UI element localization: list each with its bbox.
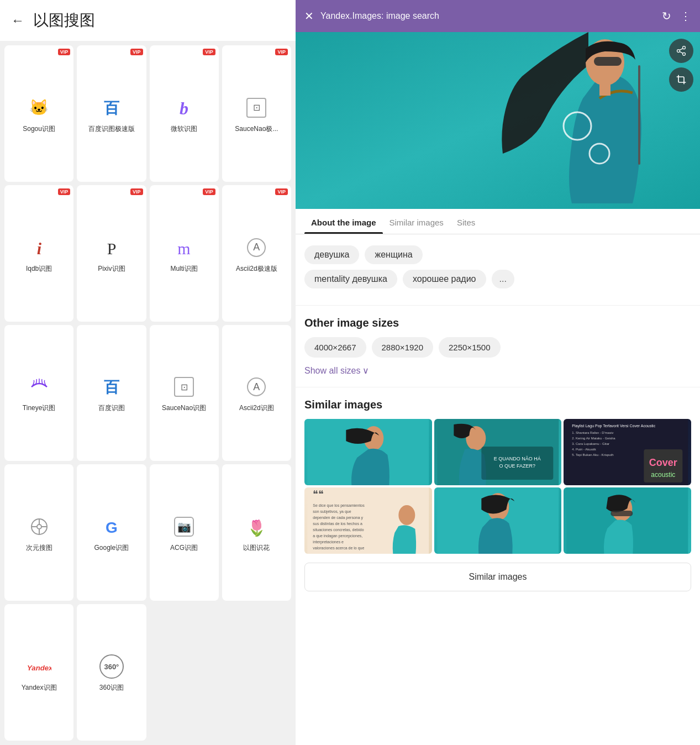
grid-item-sogou[interactable]: VIP 🐱 Sogou识图 (4, 45, 73, 182)
svg-point-54 (398, 505, 415, 525)
svg-rect-18 (638, 65, 640, 165)
multi-icon: m (172, 235, 196, 260)
grid-label-multi: Multi识图 (170, 264, 197, 274)
svg-text:🌷: 🌷 (247, 519, 266, 537)
share-button[interactable] (669, 39, 693, 63)
iqdb-icon: i (27, 235, 51, 260)
tabs-row: About the image Similar images Sites (296, 209, 700, 234)
similar-image-2[interactable]: E QUANDO NÃO HÁ O QUE FAZER? (434, 419, 562, 485)
grid-item-ascii2d[interactable]: A Ascii2d识图 (222, 325, 291, 461)
vip-badge: VIP (58, 49, 71, 55)
grid-label-acg: ACG识图 (170, 543, 198, 553)
size-chip-2[interactable]: 2250×1500 (439, 337, 501, 358)
tag-chip-1[interactable]: женщина (365, 245, 422, 264)
svg-rect-19 (599, 82, 610, 96)
browser-title: Yandex.Images: image search (320, 11, 655, 21)
grid-item-flower[interactable]: 🌷 以图识花 (222, 464, 291, 601)
svg-text:❝❝: ❝❝ (313, 489, 324, 500)
main-image (296, 32, 700, 209)
tags-row-2: mentality девушка хорошее радио ... (304, 270, 691, 288)
tab-sites[interactable]: Sites (450, 209, 482, 234)
grid-item-pixiv[interactable]: VIP P Pixiv识图 (77, 185, 146, 322)
size-chip-0[interactable]: 4000×2667 (304, 337, 366, 358)
grid-item-iqdb[interactable]: VIP i Iqdb识图 (4, 185, 73, 322)
similar-image-3[interactable]: Playlist Lagu Pop Terfavorit Versi Cover… (564, 419, 691, 485)
similar-section: Similar images (296, 387, 700, 602)
browser-more-button[interactable]: ⋮ (680, 9, 691, 23)
tab-similar[interactable]: Similar images (383, 209, 450, 234)
grid-label-baidu: 百度识图 (98, 403, 125, 413)
tag-more-button[interactable]: ... (492, 270, 514, 288)
svg-text:interpretaciones e: interpretaciones e (313, 540, 344, 544)
similar-image-6[interactable] (564, 487, 691, 554)
saucenao-icon: ⊡ (172, 375, 196, 399)
similar-image-4[interactable]: ❝❝ Se dice que los pensamientos son subj… (304, 487, 432, 554)
grid-label-saucenao-fast: SauceNao极... (235, 124, 278, 134)
tags-section: девушка женщина mentality девушка хороше… (296, 234, 700, 306)
svg-text:P: P (107, 239, 117, 258)
grid-item-bing[interactable]: VIP b 微软识图 (150, 45, 219, 182)
svg-text:situaciones concretas, debido: situaciones concretas, debido (313, 528, 364, 532)
grid-item-ascii2d-fast[interactable]: VIP A Ascii2d极速版 (222, 185, 291, 322)
similar-title: Similar images (304, 398, 691, 411)
back-button[interactable]: ← (11, 13, 24, 28)
show-all-sizes-button[interactable]: Show all sizes ∨ (304, 365, 691, 376)
tag-chip-2[interactable]: mentality девушка (304, 270, 397, 288)
bing-icon: b (172, 96, 196, 120)
grid-label-sogou: Sogou识图 (23, 124, 55, 134)
grid-label-flower: 以图识花 (243, 543, 270, 553)
svg-text:E QUANDO NÃO HÁ: E QUANDO NÃO HÁ (493, 456, 540, 461)
svg-text:b: b (180, 98, 188, 118)
browser-close-button[interactable]: ✕ (304, 9, 314, 23)
svg-text:Se dice que los pensamientos: Se dice que los pensamientos (313, 503, 365, 508)
grid-item-baidu-fast[interactable]: VIP 百 百度识图极速版 (77, 45, 146, 182)
grid-item-360[interactable]: 360° 360识图 (77, 604, 146, 741)
tab-about[interactable]: About the image (304, 209, 383, 234)
svg-text:5. Tepi Bukan Aku - Krisputh: 5. Tepi Bukan Aku - Krisputh (572, 453, 614, 457)
pixiv-icon: P (99, 235, 124, 260)
saucenao-fast-icon: ⊡ (244, 96, 269, 120)
grid-label-bing: 微软识图 (171, 124, 197, 134)
similar-images-grid: E QUANDO NÃO HÁ O QUE FAZER? Playlist La… (304, 419, 691, 554)
grid-item-multi[interactable]: VIP m Multi识图 (150, 185, 219, 322)
google-icon: G (99, 515, 124, 539)
show-all-sizes-label: Show all sizes (304, 366, 360, 376)
svg-text:dependen de cada persona y: dependen de cada persona y (313, 516, 363, 520)
tag-chip-0[interactable]: девушка (304, 245, 359, 264)
crop-button[interactable] (669, 67, 693, 92)
chevron-down-icon: ∨ (362, 365, 369, 376)
svg-text:son subjetivos, ya que: son subjetivos, ya que (313, 510, 351, 514)
similar-images-button[interactable]: Similar images (304, 563, 691, 591)
svg-text:Yandex: Yandex (27, 664, 51, 672)
grid-item-saucenao-fast[interactable]: VIP ⊡ SauceNao极... (222, 45, 291, 182)
grid-label-jiyuan: 次元搜图 (26, 543, 52, 553)
svg-text:O QUE FAZER?: O QUE FAZER? (499, 463, 535, 469)
grid-label-yandex: Yandex识图 (22, 683, 57, 692)
similar-image-1[interactable] (304, 419, 432, 485)
grid-label-pixiv: Pixiv识图 (98, 264, 125, 274)
similar-image-5[interactable] (434, 487, 562, 554)
grid-item-acg[interactable]: 📷 ACG识图 (150, 464, 219, 601)
svg-point-23 (677, 50, 680, 53)
grid-item-google[interactable]: G Google识图 (77, 464, 146, 601)
left-panel: ← 以图搜图 VIP 🐱 Sogou识图 VIP 百 百度识图极速版 VIP b (0, 0, 296, 745)
page-title: 以图搜图 (33, 10, 95, 31)
grid-item-yandex[interactable]: Yandex Yandex识图 (4, 604, 73, 741)
svg-point-22 (683, 46, 686, 49)
sogou-icon: 🐱 (27, 96, 51, 120)
grid-label-baidu-fast: 百度识图极速版 (88, 124, 135, 134)
grid-item-baidu[interactable]: 百 百度识图 (77, 325, 146, 461)
sizes-section: Other image sizes 4000×2667 2880×1920 22… (296, 306, 700, 387)
size-chip-1[interactable]: 2880×1920 (372, 337, 434, 358)
browser-action-buttons: ↻ ⋮ (662, 9, 691, 23)
browser-reload-button[interactable]: ↻ (662, 9, 671, 23)
svg-text:valoraciones acerca de lo que: valoraciones acerca de lo que (313, 546, 364, 550)
acg-icon: 📷 (172, 515, 196, 539)
grid-item-saucenao[interactable]: ⊡ SauceNao识图 (150, 325, 219, 461)
grid-item-jiyuan[interactable]: 次元搜图 (4, 464, 73, 601)
svg-point-7 (37, 524, 41, 529)
tag-chip-3[interactable]: хорошее радио (403, 270, 486, 288)
baidu-icon: 百 (99, 375, 124, 399)
grid-item-tineye[interactable]: Tineye识图 (4, 325, 73, 461)
image-overlay-buttons (669, 39, 693, 92)
